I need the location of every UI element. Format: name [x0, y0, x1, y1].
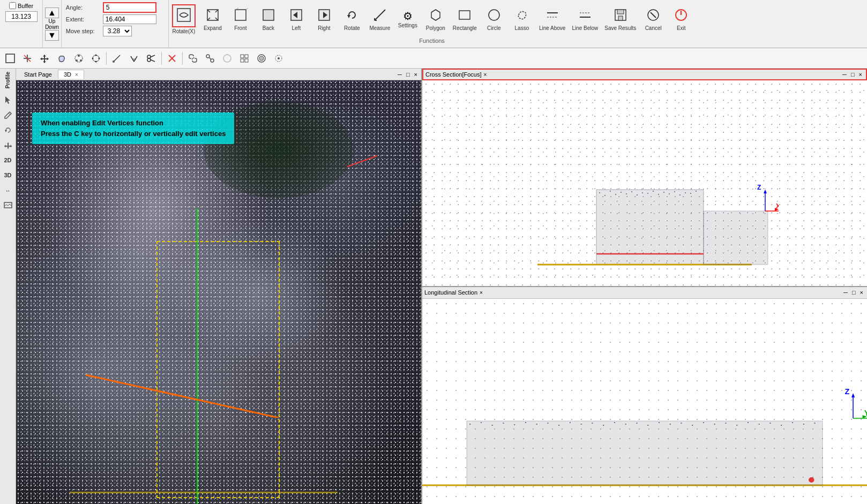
start-page-tab-label: Start Page — [24, 71, 52, 78]
longitudinal-section-viewport[interactable]: Z Y — [422, 299, 867, 505]
cross-section-tab-close[interactable]: × — [484, 72, 487, 78]
svg-rect-27 — [618, 16, 623, 20]
rotate-label: Rotate — [344, 25, 360, 31]
sidebar-icon-pencil[interactable] — [1, 108, 15, 122]
extent-field: Extent: — [66, 14, 156, 24]
cancel-button[interactable]: Cancel — [639, 5, 667, 33]
ls-tab-close[interactable]: × — [480, 290, 483, 296]
ls-tab[interactable]: Longitudinal Section — [424, 289, 477, 296]
polygon-label: Polygon — [426, 25, 445, 31]
sidebar-icon-3d[interactable]: 2D — [1, 153, 15, 167]
cs-minimize[interactable]: ─ — [841, 71, 848, 78]
3d-viewport[interactable]: When enabling Edit Vertices function Pre… — [16, 80, 421, 504]
maximize-btn[interactable]: □ — [405, 71, 412, 78]
circle-button[interactable]: Circle — [480, 5, 508, 33]
right-icon — [317, 7, 332, 24]
tool-circle-filled[interactable] — [253, 50, 270, 66]
rotate-button[interactable]: Rotate — [338, 5, 366, 33]
ls-maximize[interactable]: □ — [850, 289, 857, 296]
svg-rect-130 — [769, 423, 771, 424]
svg-rect-63 — [245, 59, 248, 62]
ls-close[interactable]: × — [858, 289, 865, 296]
angle-label: Angle: — [66, 4, 101, 11]
tool-link2[interactable] — [202, 50, 218, 66]
vertices-tool[interactable] — [71, 50, 87, 66]
extent-input[interactable] — [103, 14, 156, 24]
buffer-checkbox[interactable]: Buffer — [9, 2, 33, 9]
sidebar-icon-image[interactable] — [1, 198, 15, 212]
left-panel-controls: ─ □ × — [396, 71, 419, 78]
select-rect-tool[interactable] — [2, 50, 18, 66]
measure-button[interactable]: Measure — [366, 5, 394, 33]
measure-label: Measure — [369, 25, 390, 31]
expand-label: Expand — [204, 25, 222, 31]
ls-minimize[interactable]: ─ — [842, 289, 849, 296]
sidebar-icon-dots[interactable]: ·· — [1, 183, 15, 197]
sidebar-icon-rotate[interactable] — [1, 123, 15, 137]
expand-button[interactable]: Expand — [199, 5, 227, 33]
tool-dots-circle[interactable] — [271, 50, 287, 66]
tool-small-grid[interactable] — [236, 50, 252, 66]
polygon-button[interactable]: Polygon — [422, 5, 450, 33]
svg-rect-123 — [692, 425, 693, 426]
right-button[interactable]: Right — [310, 5, 338, 33]
left-button[interactable]: Left — [282, 5, 310, 33]
lasso-button[interactable]: Lasso — [508, 5, 536, 33]
front-button[interactable]: Front — [227, 5, 255, 33]
3d-tab-close[interactable]: × — [75, 72, 78, 78]
cross-section-tab-bar: Cross Section[Focus] × ─ □ × — [422, 69, 867, 80]
svg-rect-115 — [603, 425, 604, 426]
cross-tool[interactable] — [19, 50, 35, 66]
svg-rect-120 — [659, 422, 660, 423]
angle-input[interactable] — [103, 2, 156, 13]
line-above-button[interactable]: Line Above — [536, 5, 569, 33]
tool-circle-hollow[interactable] — [219, 50, 235, 66]
sidebar-icon-move[interactable] — [1, 138, 15, 152]
line-below-label: Line Below — [572, 25, 598, 31]
up-button[interactable]: ▲ — [45, 7, 59, 18]
move-step-select[interactable]: 3.28 1.64 6.56 — [103, 26, 132, 36]
red-x-tool[interactable] — [164, 50, 180, 66]
move-tool[interactable] — [36, 50, 53, 66]
svg-text:Z: Z — [757, 184, 761, 191]
line-below-button[interactable]: Line Below — [569, 5, 601, 33]
angle-field: Angle: — [66, 2, 156, 13]
svg-rect-109 — [536, 424, 537, 425]
rectangle-button[interactable]: Rectangle — [450, 5, 480, 33]
angle-tool[interactable] — [126, 50, 142, 66]
svg-rect-82 — [647, 193, 648, 194]
3d-tab[interactable]: 3D × — [58, 70, 84, 79]
scissors-tool[interactable] — [143, 50, 159, 66]
circle-icon — [487, 7, 502, 24]
svg-marker-99 — [764, 190, 767, 193]
lasso-select-tool[interactable] — [54, 50, 70, 66]
start-page-tab[interactable]: Start Page — [18, 70, 58, 79]
svg-point-40 — [93, 55, 99, 62]
back-button[interactable]: Back — [255, 5, 282, 33]
rotate-params-section: Angle: Extent: Move step: 3.28 1.64 6.56 — [62, 0, 169, 48]
buffer-value[interactable]: 13.123 — [5, 11, 38, 22]
draw-line-tool[interactable] — [109, 50, 125, 66]
cs-maximize[interactable]: □ — [849, 71, 856, 78]
save-results-button[interactable]: Save Results — [601, 5, 639, 33]
down-button[interactable]: ▼ — [45, 30, 59, 41]
cs-close[interactable]: × — [857, 71, 864, 78]
cross-section-viewport[interactable]: Z X — [422, 80, 867, 286]
exit-button[interactable]: Exit — [667, 5, 695, 33]
settings-label: Settings — [398, 22, 417, 28]
tool-link[interactable] — [185, 50, 201, 66]
sidebar-icon-cursor[interactable] — [1, 93, 15, 107]
cross-section-tab[interactable]: Cross Section[Focus] — [425, 71, 482, 78]
minimize-btn[interactable]: ─ — [396, 71, 403, 78]
dots-ring-tool[interactable] — [88, 50, 104, 66]
settings-button[interactable]: ⚙ Settings — [394, 9, 422, 31]
svg-line-15 — [375, 10, 385, 20]
svg-rect-80 — [637, 194, 638, 195]
rotate-x-button[interactable]: Rotate(X) — [169, 2, 199, 36]
sidebar-icon-2d[interactable]: 3D — [1, 168, 15, 182]
close-btn[interactable]: × — [413, 71, 419, 78]
extent-label: Extent: — [66, 16, 101, 22]
exit-icon — [674, 7, 689, 24]
buffer-check[interactable] — [9, 2, 16, 9]
svg-line-45 — [114, 55, 120, 62]
